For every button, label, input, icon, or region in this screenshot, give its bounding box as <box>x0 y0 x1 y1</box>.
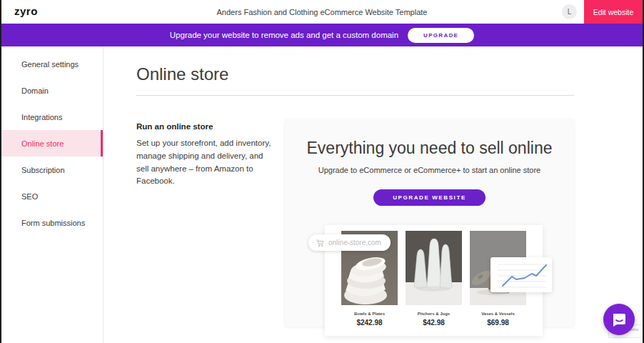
browser-url-text: online-store.com <box>328 239 381 247</box>
upgrade-banner-message: Upgrade your website to remove ads and g… <box>170 31 398 39</box>
product-name: Bowls & Plates <box>341 312 398 316</box>
sidebar-item-online-store[interactable]: Online store <box>0 130 103 156</box>
sales-sparkline-card <box>490 257 552 292</box>
sidebar-item-seo[interactable]: SEO <box>0 183 103 209</box>
ecommerce-promo-card: Everything you need to sell online Upgra… <box>285 119 574 327</box>
sidebar-item-integrations[interactable]: Integrations <box>0 104 103 130</box>
product-price: $242.98 <box>341 319 398 327</box>
sidebar-item-subscription[interactable]: Subscription <box>0 156 103 183</box>
zyro-logo[interactable]: zyro <box>14 5 38 17</box>
upgrade-banner: Upgrade your website to remove ads and g… <box>0 24 644 46</box>
upgrade-button[interactable]: UPGRADE <box>408 28 474 43</box>
intro-heading: Run an online store <box>136 122 285 131</box>
product-name: Vases & Vessels <box>470 312 526 316</box>
title-divider <box>136 95 574 96</box>
product-name: Pitchers & Jugs <box>406 312 462 316</box>
sparkline-chart <box>490 257 552 292</box>
product-card: Pitchers & Jugs $42.98 <box>406 231 462 327</box>
intro-description: Set up your storefront, add inventory, m… <box>136 137 276 188</box>
promo-subtitle: Upgrade to eCommerce or eCommerce+ to st… <box>285 166 574 174</box>
chat-widget-button[interactable] <box>603 304 635 335</box>
screen-edge-left <box>0 0 1 343</box>
edit-website-button[interactable]: Edit website <box>584 0 643 24</box>
product-price: $69.98 <box>470 319 526 327</box>
settings-sidebar: General settings Domain Integrations Onl… <box>0 46 104 343</box>
sidebar-item-form-submissions[interactable]: Form submissions <box>0 209 103 236</box>
upgrade-website-button[interactable]: UPGRADE WEBSITE <box>373 189 485 206</box>
browser-url-chip: online-store.com <box>308 234 391 251</box>
promo-title: Everything you need to sell online <box>285 139 574 158</box>
user-avatar[interactable]: L <box>562 4 577 19</box>
top-bar: zyro Anders Fashion and Clothing eCommer… <box>0 0 644 24</box>
app-window: zyro Anders Fashion and Clothing eCommer… <box>0 0 644 343</box>
product-image-pitchers <box>406 231 462 305</box>
main-content: Online store Run an online store Set up … <box>104 46 644 343</box>
chat-bubble-icon <box>610 310 628 329</box>
page-title: Online store <box>136 64 644 84</box>
cart-icon <box>316 239 324 247</box>
product-price: $42.98 <box>406 319 462 327</box>
sidebar-item-general-settings[interactable]: General settings <box>0 51 103 77</box>
intro-section: Run an online store Set up your storefro… <box>136 119 285 327</box>
site-title: Anders Fashion and Clothing eCommerce We… <box>217 8 428 16</box>
sidebar-item-domain[interactable]: Domain <box>0 77 103 104</box>
